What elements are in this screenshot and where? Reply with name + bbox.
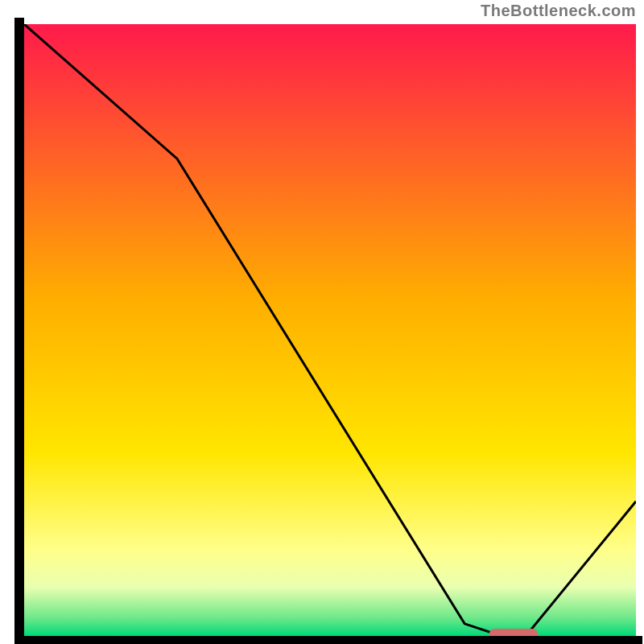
attribution-label: TheBottleneck.com	[481, 2, 636, 20]
gradient-background	[24, 24, 636, 636]
y-axis	[14, 18, 24, 644]
plot-area	[24, 24, 636, 640]
chart-container: TheBottleneck.com	[0, 0, 644, 644]
x-axis	[14, 636, 642, 644]
bottleneck-chart	[0, 0, 644, 644]
